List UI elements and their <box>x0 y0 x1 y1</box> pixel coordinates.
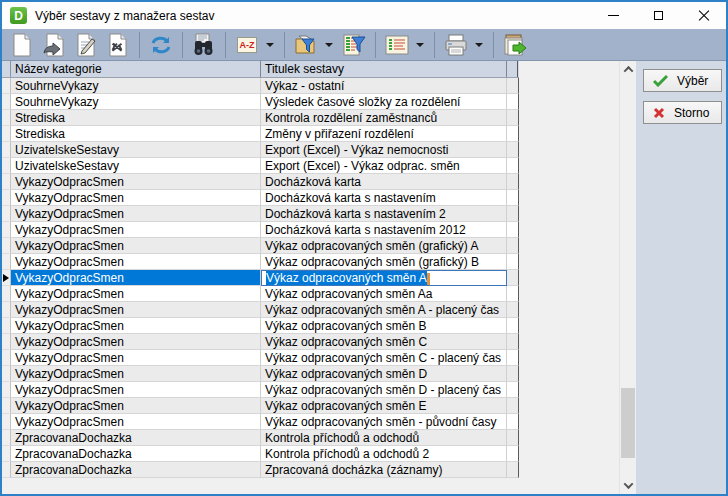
title-cell[interactable]: Export (Excel) - Výkaz nemocnosti <box>261 142 507 158</box>
title-cell[interactable]: Docházková karta <box>261 174 507 190</box>
table-row[interactable]: UzivatelskeSestavyExport (Excel) - Výkaz… <box>2 142 519 158</box>
category-cell[interactable]: Strediska <box>11 110 261 126</box>
sort-button[interactable]: A-Z <box>232 31 262 59</box>
table-row[interactable]: VykazyOdpracSmenVýkaz odpracovaných směn… <box>2 318 519 334</box>
category-cell[interactable]: VykazyOdpracSmen <box>11 334 261 350</box>
find-button[interactable] <box>189 31 219 59</box>
table-row[interactable]: VykazyOdpracSmenVýkaz odpracovaných směn… <box>2 238 519 254</box>
scroll-up-button[interactable] <box>620 61 636 78</box>
category-cell[interactable]: VykazyOdpracSmen <box>11 270 261 286</box>
title-cell[interactable]: Výkaz odpracovaných směn B <box>261 318 507 334</box>
table-row[interactable]: ZpracovanaDochazkaKontrola příchodů a od… <box>2 430 519 446</box>
category-cell[interactable]: VykazyOdpracSmen <box>11 254 261 270</box>
category-cell[interactable]: VykazyOdpracSmen <box>11 238 261 254</box>
category-cell[interactable]: VykazyOdpracSmen <box>11 222 261 238</box>
table-row[interactable]: VykazyOdpracSmenVýkaz odpracovaných směn… <box>2 350 519 366</box>
category-cell[interactable]: Strediska <box>11 126 261 142</box>
table-row[interactable]: VykazyOdpracSmenDocházková karta s nasta… <box>2 222 519 238</box>
title-cell[interactable]: Výkaz odpracovaných směn E <box>261 398 507 414</box>
title-cell[interactable]: Výkaz odpracovaných směn C <box>261 334 507 350</box>
category-cell[interactable]: VykazyOdpracSmen <box>11 190 261 206</box>
table-row[interactable]: VykazyOdpracSmenVýkaz odpracovaných směn… <box>2 382 519 398</box>
category-cell[interactable]: VykazyOdpracSmen <box>11 414 261 430</box>
table-row[interactable]: SouhrneVykazyVýkaz - ostatní <box>2 78 519 94</box>
title-cell[interactable]: Kontrola příchodů a odchodů 2 <box>261 446 507 462</box>
title-cell[interactable]: Výkaz odpracovaných směn (grafický) A <box>261 238 507 254</box>
category-cell[interactable]: VykazyOdpracSmen <box>11 302 261 318</box>
title-cell[interactable]: Kontrola rozdělení zaměstnanců <box>261 110 507 126</box>
title-cell[interactable]: Výkaz odpracovaných směn - původní časy <box>261 414 507 430</box>
category-cell[interactable]: VykazyOdpracSmen <box>11 318 261 334</box>
table-row[interactable]: VykazyOdpracSmenVýkaz odpracovaných směn… <box>2 302 519 318</box>
category-cell[interactable]: VykazyOdpracSmen <box>11 366 261 382</box>
title-cell[interactable]: Výkaz odpracovaných směn Aa <box>261 286 507 302</box>
scroll-down-button[interactable] <box>620 477 636 494</box>
table-row[interactable]: VykazyOdpracSmenVýkaz odpracovaných směn… <box>2 254 519 270</box>
table-row[interactable]: VykazyOdpracSmenDocházková karta s nasta… <box>2 190 519 206</box>
title-cell[interactable]: Výkaz odpracovaných směn D - placený čas <box>261 382 507 398</box>
category-cell[interactable]: UzivatelskeSestavy <box>11 158 261 174</box>
columns-dropdown-button[interactable] <box>413 31 427 59</box>
category-cell[interactable]: VykazyOdpracSmen <box>11 350 261 366</box>
title-cell[interactable]: Docházková karta s nastavením 2 <box>261 206 507 222</box>
title-cell[interactable]: Zpracovaná docházka (záznamy) <box>261 462 507 478</box>
category-cell[interactable]: ZpracovanaDochazka <box>11 446 261 462</box>
column-header-category[interactable]: Název kategorie <box>11 61 261 77</box>
sort-dropdown-button[interactable] <box>263 31 277 59</box>
vertical-scrollbar[interactable] <box>619 61 636 494</box>
delete-report-button[interactable] <box>103 31 133 59</box>
title-cell[interactable]: Výsledek časové složky za rozdělení <box>261 94 507 110</box>
scrollbar-track[interactable] <box>620 78 636 477</box>
category-cell[interactable]: VykazyOdpracSmen <box>11 174 261 190</box>
category-cell[interactable]: VykazyOdpracSmen <box>11 206 261 222</box>
table-row[interactable]: StrediskaKontrola rozdělení zaměstnanců <box>2 110 519 126</box>
maximize-button[interactable] <box>636 2 681 29</box>
category-cell[interactable]: VykazyOdpracSmen <box>11 286 261 302</box>
table-row[interactable]: UzivatelskeSestavyExport (Excel) - Výkaz… <box>2 158 519 174</box>
category-cell[interactable]: UzivatelskeSestavy <box>11 142 261 158</box>
select-button[interactable]: Výběr <box>643 69 722 92</box>
table-row[interactable]: VykazyOdpracSmenVýkaz odpracovaných směn… <box>2 286 519 302</box>
print-dropdown-button[interactable] <box>472 31 486 59</box>
title-cell[interactable]: Výkaz odpracovaných směn (grafický) B <box>261 254 507 270</box>
cancel-button[interactable]: Storno <box>643 101 722 124</box>
category-cell[interactable]: VykazyOdpracSmen <box>11 382 261 398</box>
table-row[interactable]: ZpracovanaDochazkaKontrola příchodů a od… <box>2 446 519 462</box>
title-cell[interactable]: Docházková karta s nastavením 2012 <box>261 222 507 238</box>
new-report-button[interactable] <box>7 31 37 59</box>
category-cell[interactable]: SouhrneVykazy <box>11 78 261 94</box>
minimize-button[interactable] <box>591 2 636 29</box>
table-row[interactable]: VykazyOdpracSmenVýkaz odpracovaných směn… <box>2 334 519 350</box>
title-cell[interactable]: Výkaz odpracovaných směn D <box>261 366 507 382</box>
table-row[interactable]: ZpracovanaDochazkaZpracovaná docházka (z… <box>2 462 519 478</box>
title-cell[interactable]: Výkaz odpracovaných směn C - placený čas <box>261 350 507 366</box>
close-button[interactable] <box>681 2 726 29</box>
category-cell[interactable]: VykazyOdpracSmen <box>11 398 261 414</box>
title-cell[interactable]: Kontrola příchodů a odchodů <box>261 430 507 446</box>
columns-button[interactable] <box>382 31 412 59</box>
title-cell[interactable]: Výkaz - ostatní <box>261 78 507 94</box>
table-row[interactable]: VykazyOdpracSmenVýkaz odpracovaných směn… <box>2 366 519 382</box>
category-cell[interactable]: ZpracovanaDochazka <box>11 462 261 478</box>
edit-report-button[interactable] <box>71 31 101 59</box>
table-row[interactable]: VykazyOdpracSmenDocházková karta s nasta… <box>2 206 519 222</box>
table-row[interactable]: SouhrneVykazyVýsledek časové složky za r… <box>2 94 519 110</box>
print-button[interactable] <box>441 31 471 59</box>
table-row[interactable]: StrediskaZměny v přiřazení rozdělení <box>2 126 519 142</box>
copy-report-button[interactable] <box>39 31 69 59</box>
scrollbar-thumb[interactable] <box>621 388 635 458</box>
filter-dropdown-button[interactable] <box>322 31 336 59</box>
table-row[interactable]: VykazyOdpracSmenDocházková karta <box>2 174 519 190</box>
refresh-button[interactable] <box>146 31 176 59</box>
title-cell[interactable]: Výkaz odpracovaných směn A - placený čas <box>261 302 507 318</box>
table-row[interactable]: VykazyOdpracSmenVýkaz odpracovaných směn… <box>2 270 519 286</box>
filter-button[interactable] <box>291 31 321 59</box>
filter-list-button[interactable] <box>339 31 369 59</box>
title-cell[interactable]: Výkaz odpracovaných směn A <box>261 270 507 286</box>
category-cell[interactable]: SouhrneVykazy <box>11 94 261 110</box>
export-button[interactable] <box>500 31 530 59</box>
table-row[interactable]: VykazyOdpracSmenVýkaz odpracovaných směn… <box>2 414 519 430</box>
category-cell[interactable]: ZpracovanaDochazka <box>11 430 261 446</box>
table-row[interactable]: VykazyOdpracSmenVýkaz odpracovaných směn… <box>2 398 519 414</box>
title-cell[interactable]: Změny v přiřazení rozdělení <box>261 126 507 142</box>
